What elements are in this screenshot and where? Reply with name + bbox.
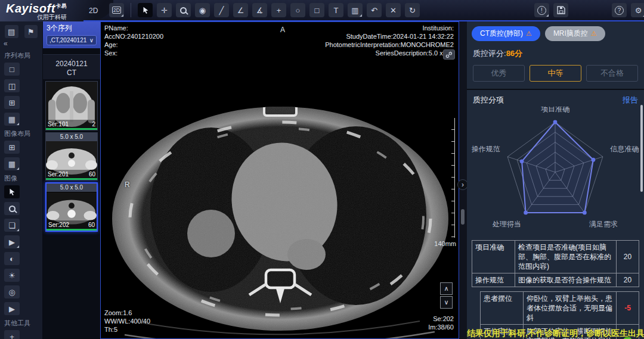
thumbnail-ser201[interactable]: 5.0 x 5.0 Ser:20160 [45,132,98,181]
undo-button[interactable]: ↶ [367,3,382,17]
view-2d-button[interactable]: 2D [109,3,124,17]
play-button[interactable]: ▶ [4,302,20,315]
flip-rotate-button[interactable]: ❏ [4,219,20,232]
image-grid-3x3-button[interactable]: ▦ [4,157,20,170]
grade-buttons: 优秀 中等 不合格 [467,60,644,89]
grade-fail-button[interactable]: 不合格 [586,65,638,82]
delete-annotation-button[interactable]: ✕ [386,3,401,17]
left-sidebar: ▤ ⚑ « 序列布局 □ ◫ ⊞ ▦ 图像布局 ⊞ ▦ 图像 ❏ ▶ ◐ ☀ ◎… [0,21,43,339]
text-tool-button[interactable]: T [329,3,343,17]
thumbnail-ser202-selected[interactable]: 5.0 x 5.0 Ser:20260 [45,182,98,232]
layout-2x2-icon: ⊞ [9,98,16,107]
help-button[interactable]: ? [612,3,627,17]
panel-scrollbar-thumb[interactable] [640,105,643,192]
window-preset-button[interactable]: ▥ [348,3,363,17]
collapse-sidebar-button[interactable]: « [0,39,42,49]
window-level-button[interactable]: ◉ [195,3,210,17]
zoom-info-overlay: Zoom:1.6WW/WL:400/40Th:5 [104,309,150,334]
save-icon [557,6,565,14]
zoom-tool-button[interactable] [176,3,191,17]
brightness-button[interactable]: ☀ [4,269,20,282]
image-viewport[interactable]: PName:AccNO:2401210200 Age:Sex: Institus… [100,21,459,339]
cobb-angle-button[interactable]: ∡ [252,3,267,17]
brightness-icon: ☀ [8,271,16,280]
thumbnail-progress [46,128,97,130]
toolbar-right-group: ! [534,3,568,17]
save-button[interactable] [553,3,568,17]
invert-button[interactable]: ◐ [4,252,20,265]
magnifier-icon [9,206,16,212]
previous-slice-button[interactable]: ∧ [440,282,453,295]
magnify-button[interactable] [4,202,20,215]
cine-play-button[interactable]: ▶ [4,235,20,248]
layout-2x2-button[interactable]: ⊞ [4,96,20,109]
main-toolbar: 2D ✛ ◉ ╱ ∠ ∡ + ○ □ T ▥ ↶ ✕ ↻ [109,3,420,17]
layout-1x1-button[interactable]: □ [4,63,20,76]
tab-mri-qc[interactable]: MRI脑质控 ⚠ [545,26,605,41]
add-tool-button[interactable]: + [4,330,20,339]
grid-3x3-icon: ▦ [8,160,16,169]
layout-3x3-button[interactable]: ▦ [4,113,20,126]
orientation-right: R [125,181,130,189]
reset-button[interactable]: ↻ [405,3,420,17]
grid-2x2-icon: ⊞ [9,143,16,152]
target-button[interactable]: ◎ [4,285,20,298]
series-list-toggle-button[interactable]: ▤ [5,25,18,38]
slice-stepper: ∧ ∨ [440,282,453,309]
grade-medium-button[interactable]: 中等 [530,65,581,82]
settings-button[interactable]: ⚙ [631,3,644,17]
series-count: 3个序列 [47,23,97,35]
invert-icon: ◐ [10,254,14,263]
radar-data-point [520,159,524,163]
text-icon: T [334,6,339,15]
zoom-in-icon [180,7,187,14]
select-tool-button[interactable] [4,185,20,198]
ruler-icon: ╱ [219,6,224,15]
pan-tool-button[interactable]: ✛ [157,3,172,17]
thumbnail-label: Ser:20160 [46,170,97,178]
ruler-tool-button[interactable]: ╱ [214,3,229,17]
ellipse-icon: ○ [296,6,301,15]
info-icon: ! [537,6,546,15]
grade-excellent-button[interactable]: 优秀 [473,65,525,82]
chevron-down-icon: ∨ [89,37,94,43]
thumbnail-progress [46,178,97,180]
cursor-tool-button[interactable] [138,3,153,17]
rectangle-tool-button[interactable]: □ [309,3,324,17]
ellipse-tool-button[interactable]: ○ [290,3,305,17]
orientation-anterior: A [280,26,285,34]
report-link[interactable]: 报告 [623,95,638,105]
table-row: 患者摆位 仰卧位，双臂上举抱头，患者体位摆放合适，无明显偏斜 -5 [481,292,639,324]
scale-ruler [451,118,455,238]
cobb-angle-icon: ∡ [256,6,264,15]
window-preset-icon: ▥ [351,6,358,15]
window-level-icon: ◉ [199,6,206,15]
report-toggle-button[interactable]: ⚑ [24,25,38,38]
ruler-length-label: 140mm [434,240,456,247]
flip-icon: ❏ [8,221,16,230]
other-tools-label: 其他工具 [0,316,42,329]
thumbnail-ser101[interactable]: Ser:1012 [45,81,98,130]
link-icon [445,51,453,58]
top-toolbar: Kayisoft卡易 仅用于科研 2D 2D ✛ ◉ ╱ ∠ ∡ + ○ □ T… [0,0,644,21]
warning-icon: ⚠ [591,30,597,38]
study-group-label: , 20240121 CT [43,54,100,79]
toolbar-separator [131,3,131,17]
qc-tabs: CT质控(肺部) ⚠ MRI脑质控 ⚠ [467,21,644,45]
image-grid-2x2-button[interactable]: ⊞ [4,141,20,154]
next-slice-button[interactable]: ∨ [440,296,453,309]
layout-1x2-button[interactable]: ◫ [4,79,20,92]
reset-icon: ↻ [409,6,416,15]
ct-axial-image [101,22,459,338]
slice-scrollbar-thumb[interactable] [461,209,465,225]
study-select[interactable]: ,CT,20240121 ∨ [47,35,97,45]
qc-items-title: 质控分项 [473,95,504,105]
link-series-button[interactable] [443,49,455,60]
tab-ct-qc[interactable]: CT质控(肺部) ⚠ [472,26,540,41]
thumbnail-series-desc: 5.0 x 5.0 [47,184,97,192]
angle-tool-button[interactable]: ∠ [233,3,248,17]
thumbnail-label: Ser:1012 [46,120,97,128]
undo-icon: ↶ [371,6,377,15]
report-info-button[interactable]: ! [534,3,549,17]
crosshair-tool-button[interactable]: + [271,3,286,17]
